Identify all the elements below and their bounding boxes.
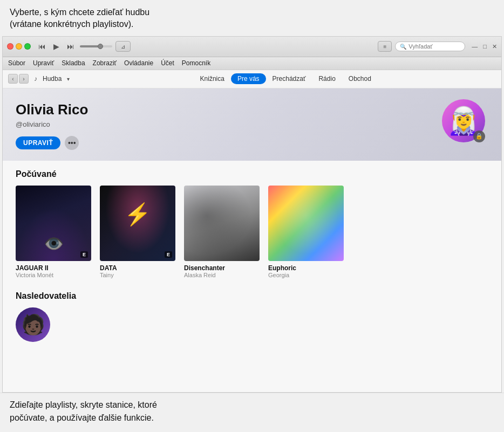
profile-handle: @oliviarico: [16, 120, 488, 128]
back-arrow[interactable]: ‹: [8, 74, 18, 84]
list-icon: ≡: [383, 44, 386, 50]
volume-slider[interactable]: [80, 45, 112, 47]
search-icon: 🔍: [400, 44, 406, 50]
more-icon: •••: [68, 139, 76, 147]
title-bar: ⏮ ▶ ⏭ ⊿ ≡ 🔍 — □ ✕: [3, 37, 501, 57]
album-name-disenchanter: Disenchanter: [184, 264, 260, 272]
menu-controls[interactable]: Ovládanie: [124, 59, 153, 67]
airplay-icon: ⊿: [121, 44, 125, 50]
album-item-disenchanter[interactable]: Disenchanter Alaska Reid: [184, 186, 260, 278]
title-right-controls: ≡ 🔍: [378, 41, 465, 52]
tab-prechadzat[interactable]: Prechádzať: [266, 73, 312, 84]
window-restore-btn[interactable]: □: [483, 43, 487, 50]
avatar-emoji: 🧝‍♀️: [447, 107, 480, 134]
lock-badge: 🔒: [473, 131, 485, 142]
maximize-button[interactable]: [24, 43, 31, 50]
album-cover-disenchanter: [184, 186, 260, 261]
close-button[interactable]: [7, 43, 13, 50]
nav-arrows: ‹ ›: [8, 74, 29, 84]
window-close-btn[interactable]: ✕: [492, 43, 497, 50]
music-note-icon: ♪: [34, 75, 37, 83]
follower-avatar[interactable]: 🧑🏿: [16, 307, 50, 342]
album-item-euphoric[interactable]: Euphoric Georgia: [268, 186, 344, 278]
volume-thumb: [98, 44, 103, 49]
more-button[interactable]: •••: [65, 136, 79, 150]
album-artist-disenchanter: Alaska Reid: [184, 272, 260, 278]
search-input[interactable]: [408, 43, 457, 50]
rewind-button[interactable]: ⏮: [36, 41, 48, 52]
profile-header: Olivia Rico @oliviarico UPRAVIŤ ••• 🧝‍♀️…: [3, 88, 501, 161]
forward-button[interactable]: ⏭: [65, 41, 77, 52]
album-item-jaguar[interactable]: E JAGUAR II Victoria Monét: [16, 186, 91, 278]
scroll-section[interactable]: Počúvané E JAGUAR II Victoria Monét E DA…: [3, 161, 501, 392]
album-item-data[interactable]: E DATA Tainy: [100, 186, 175, 278]
explicit-badge-data: E: [165, 251, 172, 258]
play-button[interactable]: ▶: [51, 41, 62, 52]
window-minimize-btn[interactable]: —: [472, 43, 478, 50]
album-artist-data: Tainy: [100, 272, 175, 278]
content-area: Olivia Rico @oliviarico UPRAVIŤ ••• 🧝‍♀️…: [3, 88, 501, 392]
tab-kniznica[interactable]: Knižnica: [194, 73, 231, 84]
search-box[interactable]: 🔍: [395, 42, 465, 51]
tab-obchod[interactable]: Obchod: [342, 73, 378, 84]
menu-bar: Súbor Upraviť Skladba Zobraziť Ovládanie…: [3, 57, 501, 70]
album-cover-jaguar: E: [16, 186, 91, 261]
menu-track[interactable]: Skladba: [62, 59, 85, 67]
tab-pre-vas[interactable]: Pre vás: [231, 73, 266, 84]
bottom-tooltip: Zdieľajte playlisty, skryte stanice, kto…: [0, 393, 504, 432]
album-name-jaguar: JAGUAR II: [16, 264, 91, 272]
album-cover-euphoric: [268, 186, 344, 261]
album-name-data: DATA: [100, 264, 175, 272]
tooltip-line1: Vyberte, s kým chcete zdieľať hudbu: [10, 8, 149, 17]
library-label: Hudba: [43, 75, 62, 83]
listening-section-title: Počúvané: [16, 169, 488, 179]
nav-tabs: Knižnica Pre vás Prechádzať Rádio Obchod: [194, 73, 378, 84]
menu-edit[interactable]: Upraviť: [33, 59, 54, 67]
list-view-button[interactable]: ≡: [378, 41, 392, 52]
minimize-button[interactable]: [16, 43, 22, 50]
albums-grid: E JAGUAR II Victoria Monét E DATA Tainy: [16, 186, 488, 278]
menu-account[interactable]: Účet: [161, 59, 174, 67]
top-tooltip: Vyberte, s kým chcete zdieľať hudbu (vrá…: [0, 0, 504, 36]
followers-section: Nasledovatelia 🧑🏿: [16, 291, 488, 342]
window-controls: [7, 43, 31, 50]
library-dropdown-icon[interactable]: ▾: [67, 76, 70, 82]
itunes-window: ⏮ ▶ ⏭ ⊿ ≡ 🔍 — □ ✕ Súbor Uprav: [2, 36, 502, 393]
tooltip-line2: (vrátane konkrétnych playlistov).: [10, 19, 133, 29]
forward-arrow[interactable]: ›: [19, 74, 29, 84]
nav-bar: ‹ › ♪ Hudba ▾ Knižnica Pre vás Prechádza…: [3, 70, 501, 88]
airplay-button[interactable]: ⊿: [115, 41, 131, 52]
edit-button[interactable]: UPRAVIŤ: [16, 136, 60, 149]
menu-file[interactable]: Súbor: [8, 59, 25, 67]
profile-name: Olivia Rico: [16, 101, 488, 118]
avatar-container: 🧝‍♀️ 🔒: [442, 99, 485, 142]
album-artist-jaguar: Victoria Monét: [16, 272, 91, 278]
tab-radio[interactable]: Rádio: [312, 73, 342, 84]
album-name-euphoric: Euphoric: [268, 264, 344, 272]
bottom-tooltip-line1: Zdieľajte playlisty, skryte stanice, kto…: [10, 400, 157, 409]
album-artist-euphoric: Georgia: [268, 272, 344, 278]
playback-controls: ⏮ ▶ ⏭: [36, 41, 77, 52]
explicit-badge-jaguar: E: [80, 251, 88, 258]
followers-title: Nasledovatelia: [16, 291, 488, 301]
album-cover-data: E: [100, 186, 175, 261]
profile-actions: UPRAVIŤ •••: [16, 136, 488, 150]
follower-emoji: 🧑🏿: [21, 313, 45, 336]
bottom-tooltip-line2: počúvate, a používajte ďalšie funkcie.: [10, 413, 154, 422]
lock-icon: 🔒: [475, 133, 483, 140]
menu-view[interactable]: Zobraziť: [93, 59, 117, 67]
menu-help[interactable]: Pomocník: [182, 59, 210, 67]
